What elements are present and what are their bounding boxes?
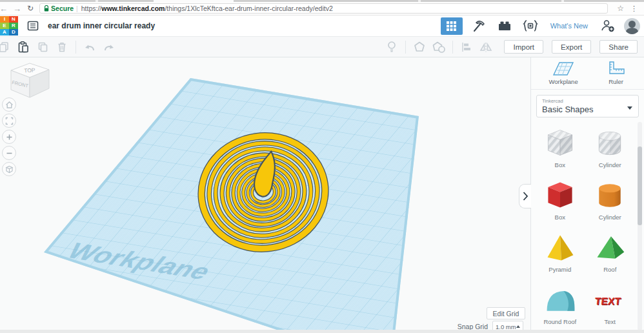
cylinder-orange-icon (592, 179, 628, 212)
shapes-panel: Workplane Ruler Tinkercad Basic Shapes (530, 57, 644, 333)
paste-icon[interactable] (14, 39, 33, 56)
browser-reload-icon[interactable]: ↻ (24, 4, 37, 13)
tinkercad-header: INERAD ear drum inner circular ready Wha… (0, 15, 644, 37)
library-name: Basic Shapes (542, 105, 633, 114)
shape-item-box-red[interactable]: Box (535, 179, 585, 221)
dashboard-grid-button[interactable] (441, 17, 463, 35)
shape-item-box-hole[interactable]: Box (535, 126, 585, 168)
toolbar-divider (405, 41, 406, 54)
import-button[interactable]: Import (504, 40, 543, 54)
shape-item-roof[interactable]: Roof (585, 231, 636, 273)
shape-item-pyramid[interactable]: Pyramid (535, 231, 585, 273)
align-icon[interactable] (457, 39, 476, 56)
whats-new-link[interactable]: What's New (550, 22, 588, 30)
ruler-tool-icon (606, 60, 627, 77)
roof-icon (592, 231, 628, 265)
panel-scrollbar[interactable] (638, 122, 642, 330)
screen-bottom-edge (0, 330, 644, 333)
text-shape-icon: TEXT TEXT (592, 283, 628, 317)
undo-icon[interactable] (80, 39, 99, 56)
library-brand: Tinkercad (542, 98, 633, 104)
bookmark-star-icon[interactable]: ☆ (613, 4, 628, 13)
ruler-tool[interactable]: Ruler (606, 60, 627, 85)
duplicate-icon[interactable] (33, 39, 52, 56)
workplane-tool-label: Workplane (548, 78, 578, 85)
delete-trash-icon[interactable] (52, 39, 72, 56)
omnibox-divider: | (76, 5, 78, 12)
browser-forward-icon[interactable]: → (10, 5, 24, 13)
export-button[interactable]: Export (552, 40, 591, 54)
browser-address-bar: ← → ↻ Secure | https://www.tinkercad.com… (0, 2, 644, 15)
round-roof-icon (542, 283, 578, 317)
cylinder-hole-icon (592, 126, 628, 160)
secure-badge: Secure (51, 5, 74, 12)
scrollbar-thumb[interactable] (638, 146, 642, 225)
browser-menu-icon[interactable]: ⋮ (628, 5, 640, 13)
caret-up-icon (516, 325, 520, 328)
shape-library-dropdown[interactable]: Tinkercad Basic Shapes (536, 95, 639, 117)
logo-tile: N (9, 16, 18, 23)
design-title[interactable]: ear drum inner circular ready (48, 21, 155, 30)
codeblocks-icon[interactable] (521, 17, 540, 34)
mirror-flip-icon[interactable] (476, 39, 496, 56)
zoom-out-button[interactable] (2, 146, 16, 160)
shape-item-cylinder-orange[interactable]: Cylinder (585, 179, 636, 221)
pyramid-icon (542, 231, 578, 265)
panel-collapse-handle[interactable] (519, 184, 531, 208)
edit-grid-button[interactable]: Edit Grid (487, 307, 525, 319)
padlock-icon (44, 5, 49, 12)
group-icon[interactable] (410, 39, 429, 56)
ungroup-icon[interactable] (429, 39, 448, 56)
tinkercad-app-window: ← → ↻ Secure | https://www.tinkercad.com… (0, 0, 644, 333)
minecraft-pickaxe-icon[interactable] (469, 17, 488, 34)
lego-brick-icon[interactable] (495, 17, 514, 34)
logo-tile: E (0, 23, 9, 29)
edit-toolbar: Import Export Share (0, 37, 644, 57)
view-nav-controls (2, 97, 16, 176)
design-properties-icon[interactable] (23, 17, 43, 34)
tinkercad-logo[interactable]: INERAD (0, 16, 18, 35)
ruler-tool-label: Ruler (609, 78, 623, 85)
shape-item-round-roof[interactable]: Round Roof (535, 283, 585, 325)
perspective-toggle-button[interactable] (2, 162, 16, 176)
logo-tile: A (0, 29, 9, 35)
header-actions: What's New (441, 17, 644, 35)
share-button[interactable]: Share (599, 40, 638, 54)
browser-omnibox[interactable]: Secure | https://www.tinkercad.com/thing… (39, 3, 608, 14)
show-all-lightbulb-icon[interactable] (382, 39, 401, 56)
snap-grid-value: 1.0 mm (496, 323, 516, 330)
workplane-tool[interactable]: Workplane (548, 60, 578, 85)
user-avatar[interactable] (624, 18, 640, 34)
zoom-in-button[interactable] (2, 130, 16, 144)
logo-tile: R (9, 23, 18, 29)
chevron-down-icon (627, 106, 632, 110)
box-hole-icon (542, 126, 578, 160)
shape-item-text[interactable]: TEXT TEXT Text (585, 283, 636, 325)
invite-person-icon[interactable] (598, 17, 618, 34)
fit-view-button[interactable] (2, 114, 16, 128)
logo-tile: D (9, 29, 18, 35)
home-view-button[interactable] (2, 97, 16, 112)
browser-back-icon[interactable]: ← (0, 5, 10, 13)
viewport-canvas[interactable]: Workplane (0, 57, 530, 333)
svg-text:TEXT: TEXT (594, 296, 621, 307)
toolbar-divider (452, 41, 453, 54)
shapes-grid: Box Cylinder (535, 126, 635, 325)
workplane-tool-icon (552, 60, 575, 77)
main-area: Workplane (0, 57, 644, 333)
box-red-icon (542, 179, 578, 212)
copy-icon[interactable] (0, 39, 14, 56)
viewcube-top-label[interactable]: TOP (24, 66, 35, 74)
logo-tile: I (0, 16, 9, 23)
toolbar-divider (75, 41, 76, 54)
panel-tools: Workplane Ruler (531, 57, 644, 90)
redo-icon[interactable] (99, 39, 119, 56)
shape-item-cylinder-hole[interactable]: Cylinder (585, 126, 636, 168)
page-url: https://www.tinkercad.com/things/1XlcTeK… (81, 5, 333, 12)
